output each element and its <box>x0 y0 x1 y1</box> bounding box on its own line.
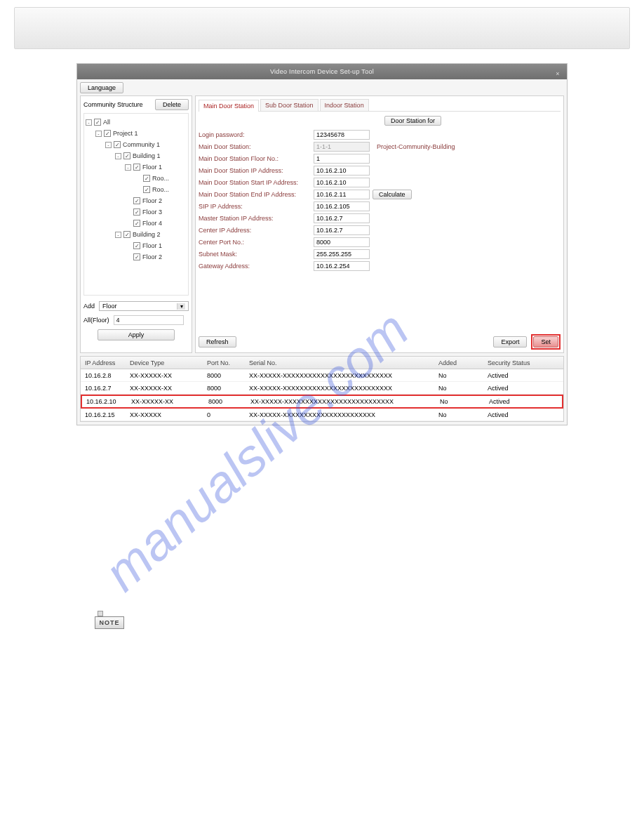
apply-button[interactable]: Apply <box>98 329 175 340</box>
cell: XX-XXXXX-XXXXXXXXXXXXXXXXXXXXXXXXXX <box>249 385 438 392</box>
tree-node[interactable]: -✓All <box>86 117 187 128</box>
column-header[interactable]: Security Status <box>488 359 563 366</box>
tab-sub-door-station[interactable]: Sub Door Station <box>260 99 318 111</box>
chevron-down-icon: ▾ <box>177 303 185 310</box>
tree-label: Community 1 <box>123 141 160 148</box>
count-input[interactable] <box>114 315 184 325</box>
community-structure-title: Community Structure <box>83 101 143 108</box>
tree-node[interactable]: ✓Floor 3 <box>86 206 187 218</box>
refresh-button[interactable]: Refresh <box>199 336 236 348</box>
add-type-select[interactable]: Floor ▾ <box>99 301 189 311</box>
tree-node[interactable]: ✓Floor 1 <box>86 240 187 251</box>
tree-node[interactable]: ✓Floor 2 <box>86 195 187 206</box>
delete-button[interactable]: Delete <box>155 99 189 110</box>
tree-node[interactable]: -✓Building 2 <box>86 229 187 240</box>
form-hint: Project-Community-Building <box>377 143 455 150</box>
form-input[interactable] <box>314 154 370 164</box>
form-input[interactable] <box>314 166 370 176</box>
checkbox-icon[interactable]: ✓ <box>133 220 140 227</box>
form-label: Subnet Mask: <box>199 251 311 258</box>
checkbox-icon[interactable]: ✓ <box>123 231 130 238</box>
language-button[interactable]: Language <box>80 82 123 93</box>
form-input[interactable] <box>314 225 370 235</box>
checkbox-icon[interactable]: ✓ <box>133 242 140 249</box>
column-header[interactable]: Serial No. <box>249 359 438 366</box>
tree-node[interactable]: -✓Community 1 <box>86 139 187 150</box>
count-label: All(Floor) <box>83 317 109 324</box>
column-header[interactable]: Added <box>438 359 488 366</box>
checkbox-icon[interactable]: ✓ <box>143 186 150 193</box>
form-label: Gateway Address: <box>199 263 311 270</box>
cell: 10.16.2.10 <box>82 398 131 405</box>
checkbox-icon[interactable]: ✓ <box>133 164 140 171</box>
toggle-icon[interactable]: - <box>95 131 102 137</box>
door-station-for-button[interactable]: Door Station for <box>384 116 441 126</box>
form-label: Master Station IP Address: <box>199 215 311 222</box>
cell: 10.16.2.8 <box>81 372 130 379</box>
checkbox-icon[interactable]: ✓ <box>133 197 140 204</box>
toggle-icon[interactable]: - <box>105 142 112 148</box>
checkbox-icon[interactable]: ✓ <box>123 152 130 159</box>
tree-node[interactable]: -✓Floor 1 <box>86 161 187 173</box>
cell: 10.16.2.15 <box>81 411 130 418</box>
cell: XX-XXXXX-XXXXXXXXXXXXXXXXXXXXXXXXXX <box>250 398 440 405</box>
close-icon[interactable]: × <box>553 66 563 76</box>
tree-label: Roo... <box>152 175 169 182</box>
form-input[interactable] <box>314 190 370 199</box>
form-input[interactable] <box>314 237 370 247</box>
tree-label: Floor 3 <box>142 208 162 216</box>
checkbox-icon[interactable]: ✓ <box>94 119 101 126</box>
toggle-icon[interactable]: - <box>115 153 121 159</box>
form-label: Center Port No.: <box>199 239 311 246</box>
checkbox-icon[interactable]: ✓ <box>133 253 140 260</box>
tree-node[interactable]: -✓Building 1 <box>86 150 187 161</box>
table-row[interactable]: 10.16.2.8XX-XXXXX-XX8000XX-XXXXX-XXXXXXX… <box>81 369 563 382</box>
form-input[interactable] <box>314 261 370 271</box>
checkbox-icon[interactable]: ✓ <box>104 130 111 137</box>
form-input[interactable] <box>314 201 370 211</box>
tree-label: All <box>103 119 110 126</box>
form-input[interactable] <box>314 130 370 140</box>
calculate-button[interactable]: Calculate <box>373 190 412 199</box>
cell: XX-XXXXX-XXXXXXXXXXXXXXXXXXXXXXXXXX <box>249 372 438 379</box>
checkbox-icon[interactable]: ✓ <box>143 175 150 182</box>
tree-label: Floor 2 <box>142 197 162 204</box>
cell: 8000 <box>207 385 249 392</box>
tree-label: Floor 4 <box>142 220 162 227</box>
table-row[interactable]: 10.16.2.15XX-XXXXX0XX-XXXXX-XXXXXXXXXXXX… <box>81 409 563 421</box>
tab-main-door-station[interactable]: Main Door Station <box>199 100 259 112</box>
tree-node[interactable]: ✓Roo... <box>86 173 187 184</box>
tree-node[interactable]: -✓Project 1 <box>86 128 187 139</box>
cell: Actived <box>489 398 562 405</box>
set-button[interactable]: Set <box>533 336 558 348</box>
column-header[interactable]: Device Type <box>130 359 207 366</box>
tree-node[interactable]: ✓Floor 4 <box>86 218 187 229</box>
toggle-icon[interactable]: - <box>86 119 92 126</box>
column-header[interactable]: IP Address <box>81 359 130 366</box>
checkbox-icon[interactable]: ✓ <box>114 141 121 148</box>
form-input[interactable] <box>314 178 370 187</box>
table-row[interactable]: 10.16.2.7XX-XXXXX-XX8000XX-XXXXX-XXXXXXX… <box>81 382 563 395</box>
checkbox-icon[interactable]: ✓ <box>133 208 140 216</box>
cell: No <box>440 398 489 405</box>
export-button[interactable]: Export <box>493 336 527 348</box>
column-header[interactable]: Port No. <box>207 359 249 366</box>
cell: 8000 <box>207 372 249 379</box>
form-input <box>314 142 370 152</box>
toggle-icon[interactable]: - <box>125 164 131 171</box>
form-input[interactable] <box>314 249 370 259</box>
tab-indoor-station[interactable]: Indoor Station <box>320 99 369 111</box>
structure-tree[interactable]: -✓All-✓Project 1-✓Community 1-✓Building … <box>83 113 189 296</box>
tabs: Main Door StationSub Door StationIndoor … <box>199 99 561 112</box>
tree-node[interactable]: ✓Roo... <box>86 184 187 195</box>
form-input[interactable] <box>314 213 370 223</box>
tree-node[interactable]: ✓Floor 2 <box>86 251 187 263</box>
set-button-highlight: Set <box>531 334 561 350</box>
toggle-icon[interactable]: - <box>115 232 121 238</box>
window-titlebar: Video Intercom Device Set-up Tool × <box>77 64 567 79</box>
add-label: Add <box>83 303 95 310</box>
table-row[interactable]: 10.16.2.10XX-XXXXX-XX8000XX-XXXXX-XXXXXX… <box>81 395 563 409</box>
cell: 8000 <box>208 398 250 405</box>
cell: Actived <box>488 385 563 392</box>
tree-label: Project 1 <box>113 130 138 137</box>
